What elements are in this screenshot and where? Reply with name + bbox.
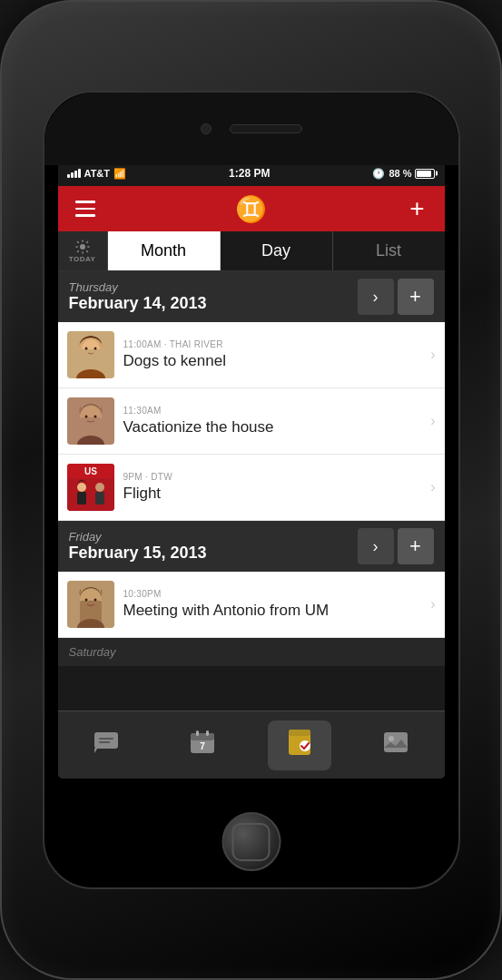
svg-line-6 xyxy=(86,250,88,252)
tab-today[interactable]: TODAY xyxy=(58,231,108,270)
plus-icon: + xyxy=(409,194,424,223)
event-vacationize-chevron: › xyxy=(430,413,435,429)
us-avatar-image: US xyxy=(67,464,114,511)
carrier-label: AT&T xyxy=(84,168,111,179)
friday-add-button[interactable]: + xyxy=(398,528,434,564)
event-antonio[interactable]: 10:30PM Meeting with Antonio from UM › xyxy=(58,572,445,638)
month-label: Month xyxy=(141,241,186,260)
event-vacationize-title: Vacationize the house xyxy=(123,418,424,436)
tab-month[interactable]: Month xyxy=(108,231,221,270)
svg-line-7 xyxy=(77,250,79,252)
svg-text:US: US xyxy=(84,466,97,476)
battery-percent: 88 % xyxy=(389,168,411,179)
svg-line-8 xyxy=(86,241,88,243)
friday-nav-button[interactable]: › xyxy=(358,528,394,564)
chevron-right-icon: › xyxy=(373,288,379,307)
status-right: 🕐 88 % xyxy=(372,168,435,180)
home-button[interactable] xyxy=(221,812,281,871)
event-flight-title: Flight xyxy=(123,485,424,503)
today-sun-icon xyxy=(74,239,91,255)
svg-point-25 xyxy=(77,483,86,492)
svg-point-34 xyxy=(94,599,96,602)
bottom-tab-bar: 7 xyxy=(58,710,445,779)
app-header: ♊ + xyxy=(58,186,445,231)
event-dogs-title: Dogs to kennel xyxy=(123,352,424,370)
event-dogs-kennel[interactable]: 11:00AM · THAI RIVER Dogs to kennel › xyxy=(58,322,445,388)
svg-rect-41 xyxy=(206,730,209,736)
event-antonio-time: 10:30PM xyxy=(123,589,162,599)
svg-point-14 xyxy=(84,348,87,350)
friday-date: February 15, 2013 xyxy=(69,544,207,563)
menu-button[interactable] xyxy=(67,191,103,227)
friday-events-list: 10:30PM Meeting with Antonio from UM › xyxy=(58,572,445,638)
svg-point-33 xyxy=(84,599,87,602)
man1-avatar-image xyxy=(67,397,114,445)
event-vacationize-time: 11:30AM xyxy=(123,406,162,416)
tasks-icon xyxy=(285,728,314,763)
bottom-tab-messages[interactable] xyxy=(74,720,138,770)
view-tab-bar: TODAY Month Day List xyxy=(58,231,445,271)
calendar-icon: 7 xyxy=(188,728,217,763)
tab-day[interactable]: Day xyxy=(221,231,333,270)
status-left: AT&T 📶 xyxy=(67,168,127,180)
day-header-left: Thursday February 14, 2013 xyxy=(69,280,207,313)
thursday-weekday: Thursday xyxy=(69,280,207,294)
svg-point-15 xyxy=(94,348,96,350)
event-dogs-meta: 11:00AM · THAI RIVER xyxy=(123,339,424,349)
thursday-nav-button[interactable]: › xyxy=(358,279,394,315)
event-flight-location: DTW xyxy=(151,472,172,482)
svg-rect-46 xyxy=(384,732,408,752)
event-vacationize-info: 11:30AM Vacationize the house xyxy=(123,406,424,436)
event-vacationize[interactable]: 11:30AM Vacationize the house › xyxy=(58,388,445,455)
event-flight-chevron: › xyxy=(430,479,435,495)
menu-line-2 xyxy=(75,208,95,211)
avatar-man2 xyxy=(67,581,114,628)
svg-point-20 xyxy=(84,416,87,418)
event-flight[interactable]: US xyxy=(58,455,445,521)
wifi-icon: 📶 xyxy=(113,168,126,180)
svg-rect-28 xyxy=(95,492,104,505)
messages-icon xyxy=(92,728,121,763)
event-antonio-chevron: › xyxy=(430,596,435,612)
today-label: TODAY xyxy=(69,255,96,263)
phone-top-bar xyxy=(44,93,458,165)
svg-point-0 xyxy=(80,244,85,250)
tab-list[interactable]: List xyxy=(333,231,445,270)
chevron-right-icon-2: › xyxy=(373,537,379,556)
woman-avatar-image xyxy=(67,331,114,378)
saturday-header-left: Saturday xyxy=(69,645,116,659)
svg-rect-35 xyxy=(94,732,118,749)
event-flight-info: 9PM · DTW Flight xyxy=(123,472,424,503)
list-label: List xyxy=(376,241,401,260)
day-header-friday: Friday February 15, 2013 › + xyxy=(58,521,445,572)
phone-frame: AT&T 📶 1:28 PM 🕐 88 % xyxy=(0,0,502,980)
plus-icon-2: + xyxy=(409,534,421,558)
friday-actions: › + xyxy=(358,528,434,564)
avatar-woman xyxy=(67,331,114,378)
clock-icon: 🕐 xyxy=(372,168,385,180)
svg-line-5 xyxy=(77,241,79,243)
bottom-tab-calendar[interactable]: 7 xyxy=(171,720,234,770)
thursday-events-list: 11:00AM · THAI RIVER Dogs to kennel › xyxy=(58,322,445,521)
screen: AT&T 📶 1:28 PM 🕐 88 % xyxy=(58,161,445,779)
bottom-tab-gallery[interactable] xyxy=(364,720,428,770)
avatar-us: US xyxy=(67,464,114,511)
svg-rect-39 xyxy=(191,733,214,740)
thursday-add-button[interactable]: + xyxy=(398,279,434,315)
camera xyxy=(201,123,212,134)
bottom-tab-tasks[interactable] xyxy=(268,720,331,770)
header-add-button[interactable]: + xyxy=(399,191,436,227)
avatar-man1 xyxy=(67,397,114,445)
day-header-saturday: Saturday xyxy=(58,638,445,666)
friday-header-left: Friday February 15, 2013 xyxy=(69,530,207,563)
svg-rect-26 xyxy=(77,492,86,505)
menu-line-1 xyxy=(75,201,95,203)
event-antonio-title: Meeting with Antonio from UM xyxy=(123,602,424,620)
svg-rect-37 xyxy=(99,741,110,743)
event-antonio-meta: 10:30PM xyxy=(123,589,424,599)
friday-weekday: Friday xyxy=(69,530,207,544)
svg-text:7: 7 xyxy=(200,741,205,751)
event-dogs-chevron: › xyxy=(430,347,435,363)
phone-body: AT&T 📶 1:28 PM 🕐 88 % xyxy=(43,91,460,889)
event-vacationize-meta: 11:30AM xyxy=(123,406,424,416)
